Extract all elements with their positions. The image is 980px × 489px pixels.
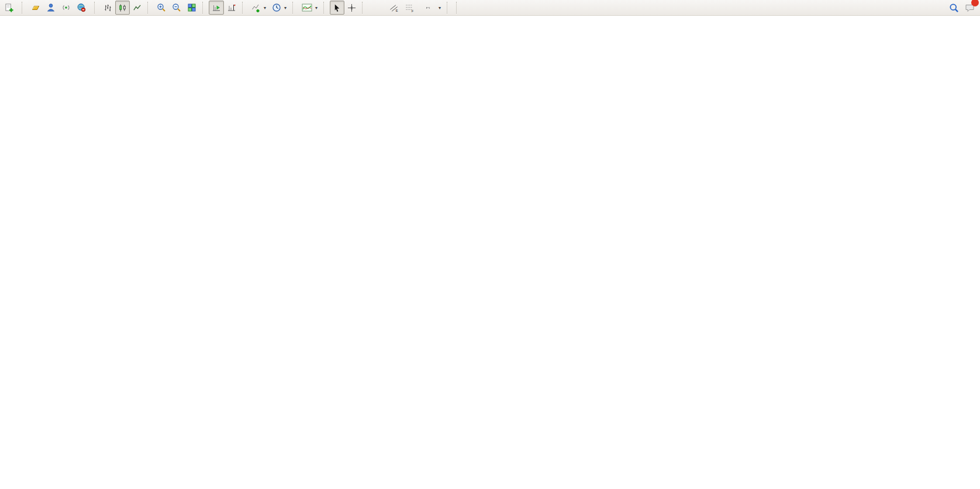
svg-text:E: E	[396, 9, 398, 12]
indicators-icon	[251, 3, 261, 12]
cursor-tool-button[interactable]	[330, 1, 344, 15]
arrows-tool-button[interactable]: ▾	[433, 1, 444, 15]
horizontal-line-tool-button[interactable]	[374, 1, 380, 15]
separator	[323, 2, 328, 13]
vertical-line-tool-button[interactable]	[368, 1, 374, 15]
chart-canvas[interactable]	[0, 0, 980, 489]
search-button[interactable]	[946, 1, 962, 15]
dropdown-caret-icon: ▾	[264, 5, 266, 11]
dropdown-caret-icon: ▾	[284, 5, 287, 11]
line-chart-icon	[133, 4, 142, 12]
notification-badge	[971, 0, 979, 6]
cursor-arrow-icon	[333, 4, 341, 12]
equidistant-channel-icon: E	[389, 4, 399, 12]
navigator-person-icon	[46, 3, 56, 12]
auto-scroll-button[interactable]	[209, 1, 224, 15]
auto-trading-globe-icon	[77, 3, 86, 12]
candlestick-mode-button[interactable]	[115, 1, 130, 15]
trendline-tool-button[interactable]	[380, 1, 386, 15]
main-toolbar: ▾ ▾ ▾ E F ▾	[0, 0, 980, 16]
auto-scroll-icon	[212, 3, 221, 12]
fibonacci-tool-button[interactable]: F	[402, 1, 417, 15]
zoom-in-icon	[157, 3, 166, 12]
chart-shift-button[interactable]	[224, 1, 239, 15]
clock-icon	[272, 3, 281, 12]
channel-tool-button[interactable]: E	[386, 1, 402, 15]
crosshair-tool-button[interactable]	[344, 1, 359, 15]
separator	[447, 2, 451, 13]
signal-icon	[61, 3, 71, 12]
tile-windows-button[interactable]	[184, 1, 199, 15]
svg-text:F: F	[412, 9, 414, 12]
gold-icon	[31, 3, 40, 12]
fibonacci-icon: F	[405, 4, 415, 12]
separator	[242, 2, 247, 13]
zoom-in-button[interactable]	[154, 1, 169, 15]
text-label-tool-button[interactable]	[423, 1, 433, 15]
new-order-icon	[5, 4, 13, 12]
separator	[202, 2, 207, 13]
template-button[interactable]: ▾	[299, 1, 320, 15]
indicators-button[interactable]: ▾	[249, 1, 269, 15]
navigator-button[interactable]	[43, 1, 58, 15]
notifications-button[interactable]	[962, 1, 978, 15]
bar-chart-icon	[103, 4, 112, 12]
text-tool-button[interactable]	[417, 1, 423, 15]
zoom-out-button[interactable]	[169, 1, 184, 15]
chart-template-icon	[302, 3, 312, 12]
dropdown-caret-icon: ▾	[315, 5, 318, 11]
separator	[94, 2, 99, 13]
periods-button[interactable]: ▾	[269, 1, 289, 15]
tile-windows-icon	[187, 3, 196, 12]
separator	[22, 2, 26, 13]
separator	[147, 2, 152, 13]
market-watch-button[interactable]	[28, 1, 43, 15]
candlestick-icon	[118, 4, 127, 12]
new-order-button[interactable]	[2, 1, 19, 15]
chart-shift-icon	[227, 3, 236, 12]
line-chart-mode-button[interactable]	[130, 1, 144, 15]
text-label-icon	[426, 7, 430, 8]
separator	[292, 2, 297, 13]
dropdown-caret-icon: ▾	[439, 5, 441, 11]
zoom-out-icon	[172, 3, 181, 12]
separator	[456, 2, 461, 13]
auto-trading-button[interactable]	[74, 1, 91, 15]
separator	[362, 2, 367, 13]
crosshair-icon	[347, 4, 356, 12]
search-icon	[949, 3, 959, 13]
bar-chart-mode-button[interactable]	[101, 1, 115, 15]
signals-button[interactable]	[58, 1, 74, 15]
